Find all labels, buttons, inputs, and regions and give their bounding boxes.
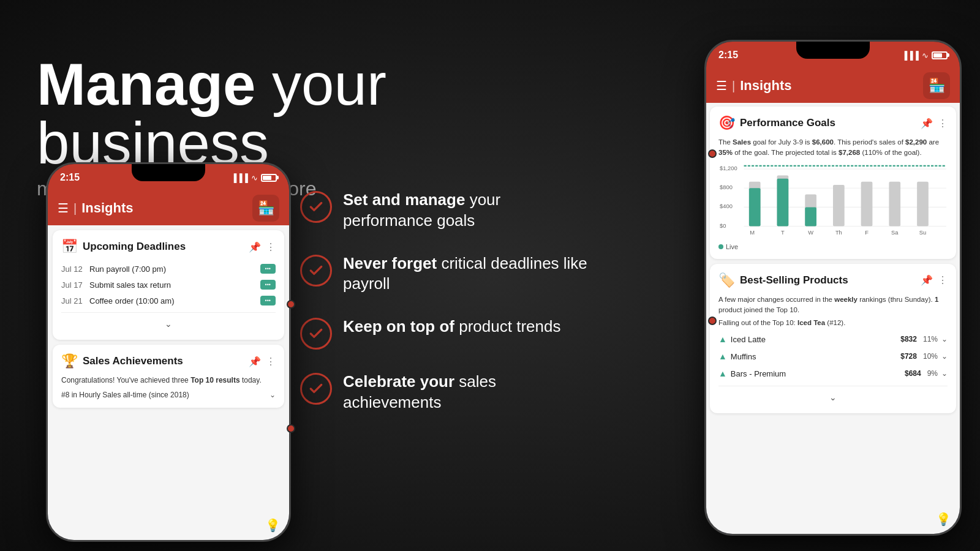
pin-icon-achievements[interactable]: 📌 bbox=[249, 356, 261, 367]
phone-left: 2:15 ▐▐▐ ∿ ☰ | Insights 🏪 📅 Upcomin bbox=[46, 162, 291, 542]
product-name-1: Iced Latte bbox=[731, 335, 897, 344]
performance-chart: $1,200 $800 $400 $0 bbox=[718, 161, 948, 241]
product-name-2: Muffins bbox=[731, 352, 897, 361]
feature-trends: Keep on top of product trends bbox=[300, 317, 594, 350]
hamburger-icon-right[interactable]: ☰ bbox=[716, 78, 727, 93]
feature-text-deadlines: Never forget critical deadlines like pay… bbox=[343, 253, 594, 295]
divider-right: | bbox=[732, 79, 735, 93]
svg-text:W: W bbox=[808, 230, 813, 236]
feature-text-achievements: Celebrate your sales achievements bbox=[343, 372, 594, 413]
deadline-action-2[interactable]: ••• bbox=[260, 280, 276, 290]
store-icon-left[interactable]: 🏪 bbox=[252, 195, 279, 222]
product-pct-1: 11% bbox=[923, 335, 938, 343]
svg-text:Th: Th bbox=[835, 230, 842, 236]
perf-card-header: 🎯 Performance Goals 📌 ⋮ bbox=[718, 115, 948, 131]
card-divider-best bbox=[718, 386, 948, 386]
pin-icon-perf[interactable]: 📌 bbox=[921, 118, 933, 129]
deadline-action-3[interactable]: ••• bbox=[260, 296, 276, 305]
pin-icon-best[interactable]: 📌 bbox=[921, 274, 933, 286]
expand-best-selling[interactable]: ⌄ bbox=[718, 390, 948, 405]
wifi-icon-right: ∿ bbox=[922, 51, 929, 60]
sales-achievements-card: 🏆 Sales Achievements 📌 ⋮ Congratulations… bbox=[53, 345, 284, 408]
best-selling-title: Best-Selling Products bbox=[740, 274, 916, 287]
perf-card-title: Performance Goals bbox=[740, 117, 916, 129]
status-icons-right: ▐▐▐ ∿ bbox=[902, 51, 948, 60]
live-dot bbox=[718, 244, 723, 249]
product-value-2: $728 bbox=[900, 352, 917, 361]
svg-text:Su: Su bbox=[919, 230, 926, 236]
feature-goals: Set and manage your performance goals bbox=[300, 190, 594, 231]
expand-deadlines[interactable]: ⌄ bbox=[61, 317, 276, 331]
best-selling-intro: A few major changes occurred in the week… bbox=[718, 294, 948, 316]
status-bar-left: 2:15 ▐▐▐ ∿ bbox=[48, 164, 289, 191]
divider-left: | bbox=[74, 201, 77, 216]
check-icon-achievements bbox=[300, 373, 332, 405]
trophy-icon: 🏆 bbox=[61, 353, 78, 369]
achievements-row: #8 in Hourly Sales all-time (since 2018)… bbox=[61, 391, 276, 399]
chart-svg: $1,200 $800 $400 $0 bbox=[718, 161, 948, 241]
check-icon-goals bbox=[300, 191, 332, 223]
product-trend-1: ▲ bbox=[718, 334, 727, 344]
achievement-expand[interactable]: ⌄ bbox=[270, 391, 276, 399]
status-bar-right: 2:15 ▐▐▐ ∿ bbox=[706, 42, 960, 69]
deadline-date-2: Jul 17 bbox=[61, 280, 85, 290]
deadline-desc-1: Run payroll (7:00 pm) bbox=[89, 264, 255, 274]
store-icon-right[interactable]: 🏪 bbox=[923, 72, 950, 99]
battery-icon-right bbox=[932, 51, 948, 59]
red-dot-deadlines bbox=[287, 300, 295, 309]
svg-rect-18 bbox=[917, 181, 929, 226]
status-time-right: 2:15 bbox=[718, 50, 738, 61]
phone-content-left: 📅 Upcoming Deadlines 📌 ⋮ Jul 12 Run payr… bbox=[48, 225, 289, 540]
hamburger-icon-left[interactable]: ☰ bbox=[58, 201, 69, 216]
check-icon-trends bbox=[300, 318, 332, 350]
svg-text:M: M bbox=[750, 230, 755, 236]
live-label: Live bbox=[726, 243, 738, 250]
notch-right bbox=[796, 42, 870, 59]
achievements-text: Congratulations! You've achieved three T… bbox=[61, 375, 276, 386]
svg-text:F: F bbox=[865, 230, 869, 236]
check-icon-deadlines bbox=[300, 255, 332, 287]
bulb-icon-best: 💡 bbox=[936, 512, 951, 527]
deadline-date-3: Jul 21 bbox=[61, 296, 85, 305]
product-expand-1[interactable]: ⌄ bbox=[941, 335, 948, 343]
deadlines-card-header: 📅 Upcoming Deadlines 📌 ⋮ bbox=[61, 239, 276, 255]
svg-text:Sa: Sa bbox=[891, 230, 899, 236]
red-dot-best-selling bbox=[708, 317, 717, 325]
deadline-desc-3: Coffee order (10:00 am) bbox=[89, 296, 255, 305]
svg-text:T: T bbox=[781, 230, 785, 236]
app-header-left: ☰ | Insights 🏪 bbox=[48, 191, 289, 225]
svg-rect-17 bbox=[889, 181, 900, 226]
bulb-icon-deadlines: 💡 bbox=[265, 518, 281, 533]
perf-description: The Sales goal for July 3-9 is $6,600. T… bbox=[718, 137, 948, 159]
pin-icon-deadlines[interactable]: 📌 bbox=[249, 241, 261, 253]
signal-icon: ▐▐▐ bbox=[231, 173, 248, 182]
deadline-desc-2: Submit sales tax return bbox=[89, 280, 255, 290]
product-value-1: $832 bbox=[900, 335, 917, 343]
status-icons-left: ▐▐▐ ∿ bbox=[231, 173, 277, 182]
more-icon-achievements[interactable]: ⋮ bbox=[266, 356, 276, 367]
battery-icon-left bbox=[261, 174, 277, 182]
product-expand-3[interactable]: ⌄ bbox=[941, 369, 948, 378]
svg-text:$800: $800 bbox=[720, 184, 733, 190]
more-icon-perf[interactable]: ⋮ bbox=[938, 118, 948, 129]
deadline-card-title: Upcoming Deadlines bbox=[83, 241, 244, 253]
svg-text:$1,200: $1,200 bbox=[720, 165, 737, 171]
performance-goals-card: 🎯 Performance Goals 📌 ⋮ The Sales goal f… bbox=[710, 107, 956, 259]
svg-rect-12 bbox=[777, 178, 789, 226]
more-icon-best[interactable]: ⋮ bbox=[938, 274, 948, 286]
hero-title: Manage your business bbox=[37, 55, 539, 173]
red-dot-perf-goals bbox=[708, 149, 717, 158]
app-title-left: Insights bbox=[81, 200, 247, 216]
svg-rect-15 bbox=[833, 185, 845, 227]
more-icon-deadlines[interactable]: ⋮ bbox=[266, 241, 276, 253]
notch-left bbox=[132, 164, 205, 181]
phone-content-right: 🎯 Performance Goals 📌 ⋮ The Sales goal f… bbox=[706, 103, 960, 534]
achievement-sub: #8 in Hourly Sales all-time (since 2018) bbox=[61, 391, 189, 399]
product-value-3: $684 bbox=[905, 369, 921, 378]
svg-text:$0: $0 bbox=[720, 222, 726, 228]
deadline-action-1[interactable]: ••• bbox=[260, 264, 276, 274]
svg-rect-10 bbox=[749, 188, 761, 226]
best-selling-header: 🏷️ Best-Selling Products 📌 ⋮ bbox=[718, 272, 948, 288]
product-expand-2[interactable]: ⌄ bbox=[941, 352, 948, 361]
product-row-3: ▲ Bars - Premium $684 9% ⌄ bbox=[718, 365, 948, 382]
